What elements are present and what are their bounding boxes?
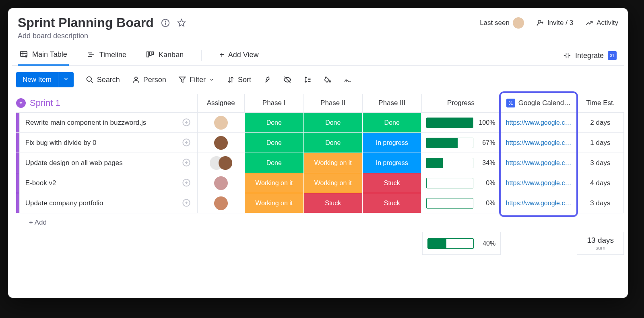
phase1-cell[interactable]: Done <box>244 153 303 173</box>
item-name-cell[interactable]: Update company portfolio <box>19 193 197 213</box>
time-est-cell[interactable]: 1 days <box>577 133 624 153</box>
gcal-cell[interactable]: https://www.google.c… <box>500 193 576 213</box>
add-view-button[interactable]: + Add View <box>218 46 260 65</box>
svg-rect-13 <box>152 52 154 54</box>
table-row[interactable]: Update design on all web pages Done Work… <box>16 153 624 173</box>
phase3-cell[interactable]: In progress <box>362 133 421 153</box>
conversation-icon[interactable] <box>181 118 192 128</box>
phase1-cell[interactable]: Working on it <box>244 173 303 193</box>
item-name-cell[interactable]: Fix bug with divide by 0 <box>19 133 197 153</box>
conversation-icon[interactable] <box>181 158 192 168</box>
assignee-cell[interactable] <box>197 113 244 132</box>
phase2-cell[interactable]: Working on it <box>303 173 362 193</box>
table-row[interactable]: Rewrite main component in buzzword.js Do… <box>16 112 624 132</box>
sort-button[interactable]: Sort <box>227 76 251 84</box>
gcal-link[interactable]: https://www.google.c… <box>506 159 572 167</box>
phase3-cell[interactable]: In progress <box>362 153 421 173</box>
info-icon[interactable] <box>161 19 170 27</box>
tab-label: Kanban <box>159 51 184 59</box>
column-google-calendar[interactable]: 31 Google Calend… <box>500 94 577 112</box>
activity-button[interactable]: Activity <box>585 19 618 27</box>
time-est-cell[interactable]: 4 days <box>577 173 624 193</box>
phase2-cell[interactable]: Stuck <box>303 193 362 213</box>
conversation-icon[interactable] <box>181 138 192 148</box>
avatar-icon <box>214 176 228 190</box>
row-accent <box>16 133 19 153</box>
board-title[interactable]: Sprint Planning Board <box>18 15 154 30</box>
gcal-link[interactable]: https://www.google.c… <box>506 139 572 147</box>
time-est-cell[interactable]: 3 days <box>577 193 624 213</box>
gcal-cell[interactable]: https://www.google.c… <box>500 153 576 173</box>
conversation-icon[interactable] <box>181 178 192 188</box>
column-phase2[interactable]: Phase II <box>303 94 362 112</box>
new-item-label: New Item <box>16 72 58 87</box>
tab-kanban[interactable]: Kanban <box>144 46 185 65</box>
progress-cell[interactable]: 0% <box>421 193 500 213</box>
phase3-cell[interactable]: Done <box>362 113 421 132</box>
item-name-cell[interactable]: Rewrite main component in buzzword.js <box>19 113 197 132</box>
column-progress[interactable]: Progress <box>421 94 500 112</box>
time-total-value: 13 days <box>587 236 614 245</box>
pin-button[interactable] <box>263 76 271 84</box>
phase1-cell[interactable]: Done <box>244 133 303 153</box>
sign-button[interactable] <box>344 76 352 84</box>
gcal-cell[interactable]: https://www.google.c… <box>500 113 576 132</box>
tab-main-table[interactable]: Main Table <box>18 46 69 66</box>
assignee-cell[interactable] <box>197 133 244 153</box>
hide-button[interactable] <box>283 76 291 84</box>
main-table-icon <box>19 50 28 59</box>
invite-button[interactable]: Invite / 3 <box>536 19 573 27</box>
group-name[interactable]: Sprint 1 <box>30 98 60 108</box>
gcal-link[interactable]: https://www.google.c… <box>506 180 572 187</box>
assignee-cell[interactable] <box>197 193 244 213</box>
item-name-cell[interactable]: E-book v2 <box>19 173 197 193</box>
table-row[interactable]: Update company portfolio Working on it S… <box>16 193 624 213</box>
svg-line-15 <box>91 81 93 83</box>
phase2-cell[interactable]: Done <box>303 113 362 132</box>
progress-percent: 34% <box>477 159 495 167</box>
last-seen[interactable]: Last seen <box>480 17 524 29</box>
gcal-link[interactable]: https://www.google.c… <box>506 119 572 126</box>
filter-button[interactable]: Filter <box>178 76 215 84</box>
height-button[interactable] <box>303 76 312 84</box>
integrate-button[interactable]: Integrate 31 <box>563 51 624 60</box>
table-row[interactable]: E-book v2 Working on it Working on it St… <box>16 173 624 193</box>
gcal-link[interactable]: https://www.google.c… <box>506 200 572 207</box>
item-name-cell[interactable]: Update design on all web pages <box>19 153 197 173</box>
conversation-icon[interactable] <box>181 198 192 209</box>
time-est-cell[interactable]: 2 days <box>577 113 624 132</box>
column-assignee[interactable]: Assignee <box>197 94 244 112</box>
star-icon[interactable] <box>177 19 186 27</box>
phase3-cell[interactable]: Stuck <box>362 173 421 193</box>
column-phase1[interactable]: Phase I <box>244 94 303 112</box>
phase1-cell[interactable]: Done <box>244 113 303 132</box>
search-button[interactable]: Search <box>86 76 120 84</box>
progress-cell[interactable]: 0% <box>421 173 500 193</box>
progress-cell[interactable]: 100% <box>421 113 500 132</box>
column-phase3[interactable]: Phase III <box>362 94 421 112</box>
phase3-cell[interactable]: Stuck <box>362 193 421 213</box>
table-row[interactable]: Fix bug with divide by 0 Done Done In pr… <box>16 132 624 153</box>
time-est-cell[interactable]: 3 days <box>577 153 624 173</box>
color-button[interactable] <box>324 76 332 84</box>
progress-cell[interactable]: 67% <box>421 133 500 153</box>
phase1-cell[interactable]: Working on it <box>244 193 303 213</box>
assignee-cell[interactable] <box>197 173 244 193</box>
avatar-icon <box>513 17 524 29</box>
new-item-button[interactable]: New Item <box>16 72 74 87</box>
add-item-row[interactable]: + Add <box>16 213 624 232</box>
gcal-cell[interactable]: https://www.google.c… <box>500 173 576 193</box>
progress-cell[interactable]: 34% <box>421 153 500 173</box>
person-filter-button[interactable]: Person <box>132 76 166 84</box>
svg-marker-3 <box>178 19 185 26</box>
assignee-cell[interactable] <box>197 153 244 173</box>
phase2-cell[interactable]: Working on it <box>303 153 362 173</box>
view-tabs: Main Table Timeline Kanban + Add View In… <box>12 46 624 66</box>
board-subtitle[interactable]: Add board description <box>12 31 624 46</box>
gcal-cell[interactable]: https://www.google.c… <box>500 133 576 153</box>
phase2-cell[interactable]: Done <box>303 133 362 153</box>
tab-timeline[interactable]: Timeline <box>85 46 128 65</box>
collapse-group-button[interactable] <box>16 98 26 108</box>
chevron-down-icon[interactable] <box>58 72 74 87</box>
column-time-est[interactable]: Time Est. <box>577 94 624 112</box>
